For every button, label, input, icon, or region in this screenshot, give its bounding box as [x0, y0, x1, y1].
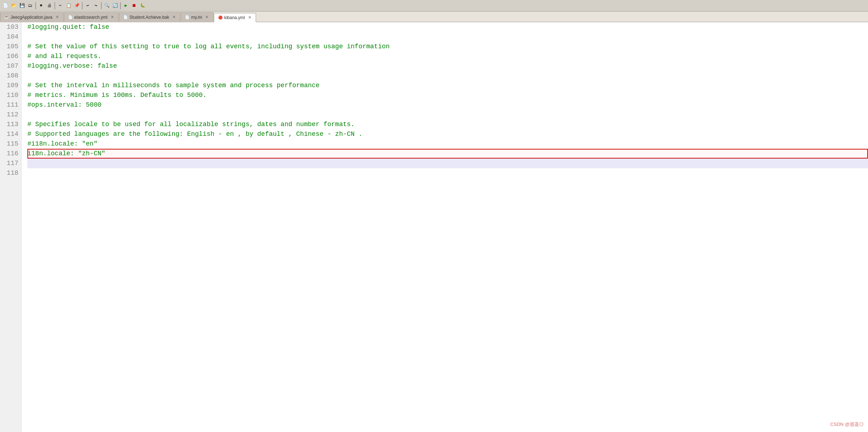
code-line-116: i18n.locale: "zh-CN" — [27, 149, 868, 159]
code-line-114: # Supported languages are the following:… — [27, 129, 868, 139]
line-num-112: 112 — [0, 110, 18, 120]
open-icon[interactable]: 📂 — [10, 2, 18, 10]
editor-area: 103 104 105 106 107 108 109 110 111 112 … — [0, 22, 868, 432]
tab-label: elasticsearch.yml — [74, 15, 107, 20]
undo-icon[interactable]: ↩ — [84, 2, 92, 10]
tab-close-jeecg[interactable]: ✕ — [54, 15, 60, 20]
separator-1 — [35, 2, 36, 9]
print-icon[interactable]: 🖨 — [45, 2, 53, 10]
tab-label: my.ini — [191, 15, 202, 20]
stop-icon[interactable]: ⏹ — [130, 2, 138, 10]
line-num-109: 109 — [0, 81, 18, 90]
line-num-117: 117 — [0, 159, 18, 168]
code-line-113: # Specifies locale to be used for all lo… — [27, 120, 868, 129]
code-line-115: #i18n.locale: "en" — [27, 139, 868, 149]
code-line-107: #logging.verbose: false — [27, 61, 868, 71]
yml-file-icon-elastic: 📄 — [68, 15, 73, 20]
save-all-icon[interactable]: 🗂 — [26, 2, 34, 10]
close-tab-icon[interactable]: ✖ — [37, 2, 45, 10]
redo-icon[interactable]: ↪ — [92, 2, 100, 10]
line-num-108: 108 — [0, 71, 18, 81]
java-file-icon: ☕ — [4, 15, 9, 20]
code-content[interactable]: #logging.quiet: false # Set the value of… — [22, 22, 868, 432]
separator-4 — [101, 2, 102, 9]
code-line-112 — [27, 110, 868, 120]
line-num-107: 107 — [0, 61, 18, 71]
debug-icon[interactable]: 🐛 — [138, 2, 146, 10]
run-icon[interactable]: ▶ — [122, 2, 130, 10]
line-num-118: 118 — [0, 168, 18, 178]
tab-label: JeecgApplication.java — [10, 15, 52, 20]
line-num-103: 103 — [0, 22, 18, 32]
separator-3 — [82, 2, 83, 9]
separator-2 — [54, 2, 55, 9]
cut-icon[interactable]: ✂ — [56, 2, 64, 10]
kibana-file-icon: 🔴 — [218, 15, 223, 20]
line-num-113: 113 — [0, 120, 18, 129]
ini-file-icon: 📄 — [185, 15, 190, 20]
tabs-bar: ☕ JeecgApplication.java ✕ 📄 elasticsearc… — [0, 12, 868, 22]
line-num-115: 115 — [0, 139, 18, 149]
save-icon[interactable]: 💾 — [18, 2, 26, 10]
tab-kibana[interactable]: 🔴 kibana.yml ✕ — [214, 13, 256, 22]
code-line-106: # and all requests. — [27, 52, 868, 61]
separator-5 — [120, 2, 121, 9]
line-num-116: 116 — [0, 149, 18, 159]
new-file-icon[interactable]: 📄 — [1, 2, 9, 10]
tab-close-elastic[interactable]: ✕ — [110, 15, 115, 20]
tab-close-kibana[interactable]: ✕ — [247, 15, 252, 20]
code-line-103: #logging.quiet: false — [27, 22, 868, 32]
code-line-117 — [27, 159, 868, 168]
line-num-110: 110 — [0, 90, 18, 100]
tab-close-myini[interactable]: ✕ — [204, 15, 210, 20]
line-num-114: 114 — [0, 129, 18, 139]
tab-student[interactable]: 📄 Student.Achieve.bak ✕ — [119, 12, 180, 22]
code-line-109: # Set the interval in milliseconds to sa… — [27, 81, 868, 90]
find-icon[interactable]: 🔍 — [103, 2, 111, 10]
line-num-111: 111 — [0, 100, 18, 110]
watermark: CSDN @逍遥◎ — [830, 421, 864, 428]
code-line-111: #ops.interval: 5000 — [27, 100, 868, 110]
replace-icon[interactable]: 🔄 — [111, 2, 119, 10]
tab-elasticsearch[interactable]: 📄 elasticsearch.yml ✕ — [64, 12, 119, 22]
code-line-110: # metrics. Minimum is 100ms. Defaults to… — [27, 90, 868, 100]
line-num-105: 105 — [0, 42, 18, 52]
bak-file-icon: 📄 — [123, 15, 128, 20]
paste-icon[interactable]: 📌 — [73, 2, 81, 10]
tab-close-student[interactable]: ✕ — [171, 15, 176, 20]
line-num-106: 106 — [0, 52, 18, 61]
line-num-104: 104 — [0, 32, 18, 42]
code-line-104 — [27, 32, 868, 42]
code-line-105: # Set the value of this setting to true … — [27, 42, 868, 52]
copy-icon[interactable]: 📋 — [65, 2, 72, 10]
tab-label: kibana.yml — [224, 15, 245, 20]
tab-label: Student.Achieve.bak — [129, 15, 169, 20]
line-numbers-gutter: 103 104 105 106 107 108 109 110 111 112 … — [0, 22, 22, 432]
tab-myini[interactable]: 📄 my.ini ✕ — [181, 12, 213, 22]
toolbar: 📄 📂 💾 🗂 ✖ 🖨 ✂ 📋 📌 ↩ ↪ 🔍 🔄 ▶ ⏹ 🐛 — [0, 0, 868, 12]
code-line-108 — [27, 71, 868, 81]
code-line-118 — [27, 168, 868, 178]
tab-jeecgapplication[interactable]: ☕ JeecgApplication.java ✕ — [0, 12, 63, 22]
